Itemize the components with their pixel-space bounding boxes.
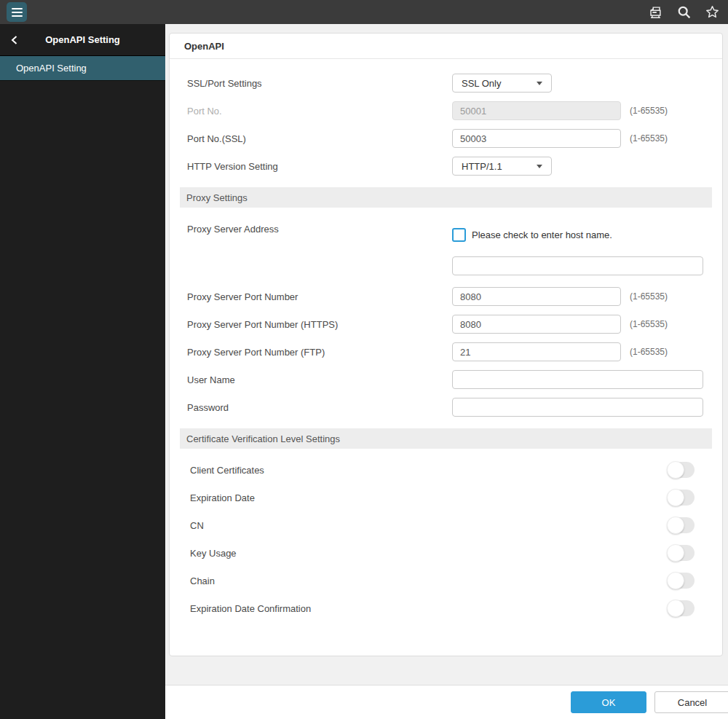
cn-label: CN xyxy=(190,520,668,531)
proxy-port-ftp-range-hint: (1-65535) xyxy=(630,347,668,357)
proxy-port-ftp-label: Proxy Server Port Number (FTP) xyxy=(187,347,452,358)
http-version-select[interactable]: HTTP/1.1 xyxy=(452,157,552,176)
port-no-label: Port No. xyxy=(187,106,452,117)
favorite-star-icon[interactable] xyxy=(704,4,720,20)
topbar-actions xyxy=(647,4,728,20)
proxy-server-address-controls: Please check to enter host name. xyxy=(452,221,703,283)
expiration-date-confirmation-row: Expiration Date Confirmation xyxy=(170,594,722,622)
proxy-settings-section-header: Proxy Settings xyxy=(180,187,712,208)
openapi-settings-panel: OpenAPI SSL/Port Settings SSL Only Port … xyxy=(169,33,723,656)
key-usage-toggle[interactable] xyxy=(668,545,695,561)
sidebar-item-label: OpenAPI Setting xyxy=(16,63,87,74)
host-name-checkbox-label: Please check to enter host name. xyxy=(472,229,612,240)
proxy-server-address-row: Proxy Server Address Please check to ent… xyxy=(170,215,722,283)
port-no-ssl-label: Port No.(SSL) xyxy=(187,133,452,144)
proxy-port-range-hint: (1-65535) xyxy=(630,291,668,302)
proxy-port-https-range-hint: (1-65535) xyxy=(630,319,668,329)
proxy-port-ftp-row: Proxy Server Port Number (FTP) (1-65535) xyxy=(170,338,722,366)
port-no-ssl-range-hint: (1-65535) xyxy=(630,133,668,144)
toggle-knob xyxy=(667,600,684,617)
host-name-checkbox[interactable] xyxy=(452,228,466,242)
http-version-value: HTTP/1.1 xyxy=(462,161,502,172)
host-name-checkbox-line: Please check to enter host name. xyxy=(452,228,703,242)
proxy-server-address-input[interactable] xyxy=(452,256,703,275)
expiration-date-confirmation-label: Expiration Date Confirmation xyxy=(190,603,668,614)
toggle-knob xyxy=(667,516,684,534)
port-no-range-hint: (1-65535) xyxy=(630,106,668,116)
client-certificates-label: Client Certificates xyxy=(190,465,668,476)
main-content: OpenAPI SSL/Port Settings SSL Only Port … xyxy=(165,24,728,685)
toggle-knob xyxy=(667,489,684,506)
port-no-ssl-row: Port No.(SSL) (1-65535) xyxy=(170,125,722,152)
proxy-port-https-input[interactable] xyxy=(452,315,621,334)
http-version-label: HTTP Version Setting xyxy=(187,161,452,172)
chain-toggle[interactable] xyxy=(668,573,695,589)
password-label: Password xyxy=(187,402,452,413)
settings-form: SSL/Port Settings SSL Only Port No. (1-6… xyxy=(170,59,722,656)
cancel-button[interactable]: Cancel xyxy=(654,691,728,713)
expiration-date-label: Expiration Date xyxy=(190,492,668,503)
password-input[interactable] xyxy=(452,398,703,417)
cn-toggle[interactable] xyxy=(668,517,695,533)
port-no-ssl-input[interactable] xyxy=(452,129,621,148)
proxy-port-input[interactable] xyxy=(452,287,621,306)
certificate-verification-section-header: Certificate Verification Level Settings xyxy=(180,428,712,449)
expiration-date-row: Expiration Date xyxy=(170,484,722,511)
key-usage-label: Key Usage xyxy=(190,548,668,559)
port-no-row: Port No. (1-65535) xyxy=(170,97,722,125)
dropdown-caret-icon xyxy=(537,82,542,85)
panel-title: OpenAPI xyxy=(170,34,722,59)
key-usage-row: Key Usage xyxy=(170,539,722,567)
toggle-knob xyxy=(667,572,684,589)
proxy-port-https-label: Proxy Server Port Number (HTTPS) xyxy=(187,319,452,330)
proxy-port-label: Proxy Server Port Number xyxy=(187,291,452,302)
chain-row: Chain xyxy=(170,567,722,594)
top-bar xyxy=(0,0,728,24)
ssl-port-settings-select[interactable]: SSL Only xyxy=(452,74,552,93)
sidebar-header: OpenAPI Setting xyxy=(0,24,165,56)
search-icon[interactable] xyxy=(676,4,692,20)
expiration-date-confirmation-toggle[interactable] xyxy=(668,600,695,616)
chain-label: Chain xyxy=(190,575,668,586)
client-certificates-toggle[interactable] xyxy=(668,462,695,478)
sidebar-title: OpenAPI Setting xyxy=(0,34,165,45)
device-status-icon[interactable] xyxy=(647,4,663,20)
ssl-port-settings-row: SSL/Port Settings SSL Only xyxy=(170,69,722,97)
sidebar: OpenAPI Setting OpenAPI Setting xyxy=(0,24,165,719)
proxy-port-ftp-input[interactable] xyxy=(452,342,621,361)
proxy-port-https-row: Proxy Server Port Number (HTTPS) (1-6553… xyxy=(170,310,722,338)
toggle-knob xyxy=(667,461,684,479)
menu-icon[interactable] xyxy=(7,2,27,22)
user-name-input[interactable] xyxy=(452,370,703,389)
dropdown-caret-icon xyxy=(537,165,542,168)
expiration-date-toggle[interactable] xyxy=(668,490,695,506)
user-name-label: User Name xyxy=(187,374,452,385)
user-name-row: User Name xyxy=(170,366,722,393)
ssl-port-settings-label: SSL/Port Settings xyxy=(187,78,452,89)
port-no-input xyxy=(452,101,621,120)
action-footer: OK Cancel xyxy=(165,685,728,719)
toggle-knob xyxy=(667,544,684,562)
client-certificates-row: Client Certificates xyxy=(170,456,722,484)
sidebar-item-openapi-setting[interactable]: OpenAPI Setting xyxy=(0,56,165,81)
ssl-port-settings-value: SSL Only xyxy=(462,78,501,89)
proxy-server-address-label: Proxy Server Address xyxy=(187,221,452,235)
ok-button[interactable]: OK xyxy=(571,691,646,713)
proxy-port-row: Proxy Server Port Number (1-65535) xyxy=(170,283,722,310)
back-chevron-icon[interactable] xyxy=(8,24,20,55)
cn-row: CN xyxy=(170,511,722,539)
password-row: Password xyxy=(170,393,722,421)
http-version-row: HTTP Version Setting HTTP/1.1 xyxy=(170,152,722,180)
